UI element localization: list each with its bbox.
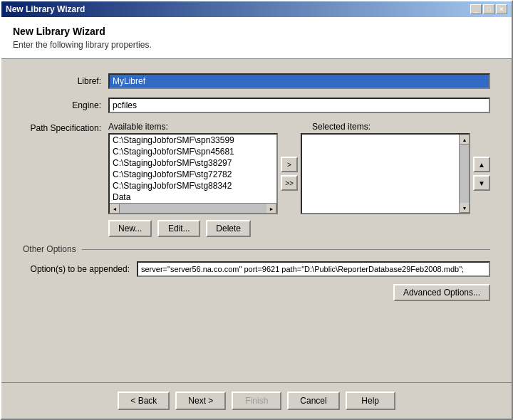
path-spec-row: Path Specification: Available items: Sel… [23, 122, 490, 214]
engine-row: Engine: [23, 98, 490, 113]
vscroll-down-btn[interactable]: ▼ [460, 203, 470, 213]
advanced-row: Advanced Options... [23, 284, 490, 301]
available-hscrollbar: ◄ ► [110, 203, 276, 213]
wizard-content: Libref: Engine: Path Specification: Avai… [1, 59, 512, 382]
list-item[interactable]: C:\StagingJobforSMF\spn33599 [110, 135, 276, 146]
engine-input[interactable] [108, 98, 490, 113]
selected-items-container: ▲ ▼ [301, 133, 470, 214]
maximize-button[interactable]: □ [483, 4, 494, 14]
advanced-options-button[interactable]: Advanced Options... [393, 284, 490, 301]
other-options-label: Other Options [23, 244, 76, 254]
options-to-append-label: Option(s) to be appended: [23, 264, 137, 274]
list-item[interactable]: C:\StagingJobforSMF\spn45681 [110, 146, 276, 157]
available-items-header: Available items: [108, 122, 286, 132]
list-item[interactable]: Data [110, 191, 276, 203]
list-item[interactable]: C:\StagingJobforSMF\stg72782 [110, 169, 276, 180]
help-button[interactable]: Help [346, 392, 395, 410]
next-button[interactable]: Next > [175, 392, 226, 410]
vscroll-up-btn[interactable]: ▲ [460, 135, 470, 145]
wizard-footer: < Back Next > Finish Cancel Help [1, 382, 512, 419]
libref-input[interactable] [108, 73, 490, 89]
wizard-subtitle: Enter the following library properties. [13, 40, 500, 50]
path-lists-row: C:\StagingJobforSMF\spn33599 C:\StagingJ… [108, 133, 490, 214]
updown-buttons: ▲ ▼ [470, 133, 490, 214]
delete-button[interactable]: Delete [206, 220, 251, 237]
finish-button[interactable]: Finish [232, 392, 281, 410]
libref-row: Libref: [23, 73, 490, 89]
selected-items-header: Selected items: [312, 122, 490, 132]
path-spec-label: Path Specification: [23, 122, 108, 133]
other-options-section: Other Options [23, 244, 490, 254]
path-headers: Available items: Selected items: [108, 122, 490, 132]
minimize-button[interactable]: _ [470, 4, 482, 14]
hscroll-track [120, 204, 266, 213]
arrow-buttons: > >> [278, 133, 301, 214]
available-items-list[interactable]: C:\StagingJobforSMF\spn33599 C:\StagingJ… [110, 135, 276, 203]
action-buttons-row: New... Edit... Delete [23, 220, 490, 237]
window-title: New Library Wizard [6, 4, 85, 14]
selected-items-list[interactable] [302, 135, 459, 206]
move-up-button[interactable]: ▲ [473, 157, 490, 172]
title-bar-controls: _ □ ✕ [470, 4, 507, 14]
vscroll-track [460, 145, 469, 203]
title-bar: New Library Wizard _ □ ✕ [1, 1, 512, 17]
wizard-header: New Library Wizard Enter the following l… [1, 17, 512, 59]
add-item-button[interactable]: > [281, 157, 298, 172]
list-item[interactable]: C:\StagingJobforSMF\stg38297 [110, 157, 276, 169]
hscroll-right-btn[interactable]: ► [266, 204, 276, 213]
wizard-title: New Library Wizard [13, 26, 500, 37]
list-item[interactable]: C:\StagingJobforSMF\stg88342 [110, 180, 276, 191]
selected-vscrollbar: ▲ ▼ [459, 135, 469, 213]
add-all-button[interactable]: >> [281, 175, 298, 191]
wizard-window: New Library Wizard _ □ ✕ New Library Wiz… [0, 0, 513, 420]
path-spec-content: Available items: Selected items: C:\Stag… [108, 122, 490, 214]
libref-label: Libref: [23, 76, 108, 86]
cancel-button[interactable]: Cancel [287, 392, 339, 410]
edit-button[interactable]: Edit... [157, 220, 200, 237]
move-down-button[interactable]: ▼ [473, 175, 490, 191]
engine-label: Engine: [23, 100, 108, 110]
options-row: Option(s) to be appended: [23, 261, 490, 277]
hscroll-left-btn[interactable]: ◄ [110, 204, 120, 213]
available-items-container: C:\StagingJobforSMF\spn33599 C:\StagingJ… [108, 133, 278, 214]
new-button[interactable]: New... [108, 220, 152, 237]
close-button[interactable]: ✕ [496, 4, 507, 14]
back-button[interactable]: < Back [118, 392, 170, 410]
options-input[interactable] [137, 261, 490, 277]
